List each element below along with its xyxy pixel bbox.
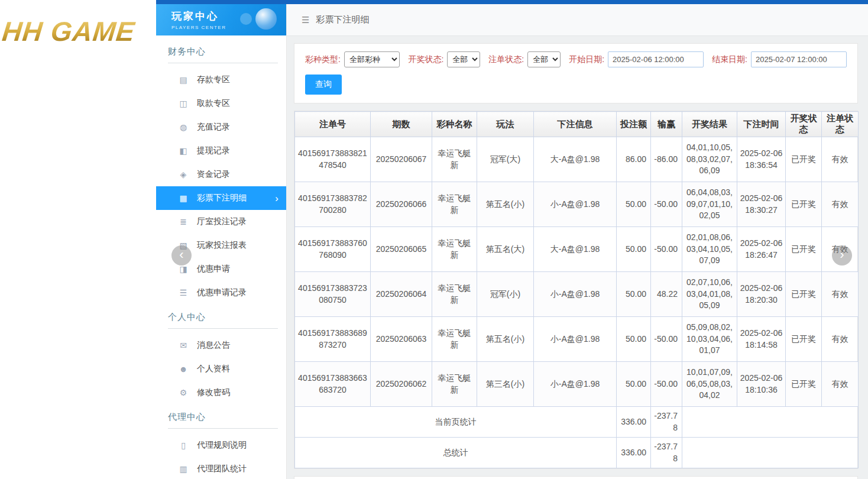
sidebar-item[interactable]: ✉消息公告 (156, 334, 286, 357)
table-cell: 20250206063 (371, 317, 432, 362)
table-cell: 20250206064 (371, 272, 432, 317)
summary-empty-cell (682, 407, 859, 438)
table-row: 40156917388376076809020250206065幸运飞艇新第五名… (295, 227, 859, 272)
table-cell: 2025-02-06 18:20:30 (737, 272, 786, 317)
table-cell: 幸运飞艇新 (432, 137, 477, 182)
table-cell: 冠军(大) (477, 137, 534, 182)
table-cell: 50.00 (617, 272, 651, 317)
table-cell: -86.00 (651, 137, 682, 182)
draw-status-label: 开奖状态: (408, 54, 443, 65)
table-cell: 已开奖 (786, 182, 822, 227)
column-header: 开奖结果 (682, 112, 737, 137)
sidebar-item-label: 消息公告 (197, 340, 230, 351)
table-cell: 幸运飞艇新 (432, 272, 477, 317)
sidebar-item[interactable]: ▯代理规则说明 (156, 433, 286, 457)
pagination-bar: 每页显示20条 共6条 首页 上一页 1 下一页 第 页 跳转 (294, 476, 858, 479)
table-cell: 已开奖 (786, 317, 822, 362)
screen: HH GAME 玩家中心 PLAYERS CENTER 财务中心▤存款专区◫取款… (0, 0, 868, 479)
chevron-left-icon: ‹ (179, 247, 183, 263)
summary-winloss-total: -237.78 (651, 407, 682, 438)
table-cell: 有效 (822, 137, 859, 182)
table-cell: 401569173883821478540 (295, 137, 371, 182)
column-header: 投注额 (617, 112, 651, 137)
sidebar-item[interactable]: ⚙修改密码 (156, 381, 286, 404)
table-cell: 401569173883723080750 (295, 272, 371, 317)
filter-actions: 查询 (305, 75, 847, 95)
table-cell: 幸运飞艇新 (432, 317, 477, 362)
table-cell: 有效 (822, 272, 859, 317)
table-cell: 小-A盘@1.98 (534, 317, 617, 362)
sidebar-item[interactable]: ◍充值记录 (156, 115, 286, 139)
sidebar-item[interactable]: ◧提现记录 (156, 139, 286, 163)
end-date-input[interactable] (751, 51, 847, 67)
top-strip (156, 0, 868, 4)
sidebar-item-label: 个人资料 (197, 364, 230, 374)
hamburger-menu-icon[interactable]: ☰ (302, 15, 309, 25)
table-cell: 幸运飞艇新 (432, 362, 477, 407)
table-cell: 50.00 (617, 182, 651, 227)
table-cell: 401569173883663683720 (295, 362, 371, 407)
table-cell: 401569173883689873270 (295, 317, 371, 362)
table-cell: 第五名(小) (477, 317, 534, 362)
table-cell: 已开奖 (786, 227, 822, 272)
start-date-input[interactable] (608, 51, 704, 67)
lottery-type-select[interactable]: 全部彩种 (344, 51, 400, 67)
table-cell: 有效 (822, 362, 859, 407)
bet-status-select[interactable]: 全部 (527, 51, 561, 67)
sidebar-item[interactable]: ◈资金记录 (156, 163, 286, 186)
summary-winloss-total: -237.78 (651, 438, 682, 468)
table-cell: 有效 (822, 182, 859, 227)
summary-bet-total: 336.00 (617, 438, 651, 468)
sidebar-item-label: 提现记录 (197, 145, 230, 156)
sidebar-header: 玩家中心 PLAYERS CENTER (156, 4, 286, 35)
table-cell: 86.00 (617, 137, 651, 182)
search-button[interactable]: 查询 (305, 75, 342, 95)
announcement-icon: ✉ (177, 341, 189, 350)
table-cell: 第五名(大) (477, 227, 534, 272)
password-icon: ⚙ (177, 388, 189, 397)
start-date-label: 开始日期: (569, 54, 604, 65)
table-cell: 50.00 (617, 317, 651, 362)
table-cell: 48.22 (651, 272, 682, 317)
sidebar-item-label: 优惠申请记录 (197, 287, 247, 298)
table-cell: 幸运飞艇新 (432, 182, 477, 227)
table-cell: 20250206066 (371, 182, 432, 227)
carousel-right-button[interactable]: › (832, 245, 852, 266)
bet-status-label: 注单状态: (488, 54, 524, 65)
column-header: 下注时间 (737, 112, 786, 137)
column-header: 输赢 (651, 112, 682, 137)
main-header: ☰ 彩票下注明细 (287, 4, 868, 36)
table-cell: 2025-02-06 18:26:47 (737, 227, 786, 272)
sidebar-item[interactable]: ☰优惠申请记录 (156, 281, 286, 305)
sidebar-section-title: 财务中心 (168, 46, 278, 63)
filter-panel: 彩种类型: 全部彩种 开奖状态: 全部 注单状态: 全部 开始日期: 结束日期: (294, 43, 858, 103)
sidebar-item[interactable]: ▤存款专区 (156, 68, 286, 92)
table-row: 40156917388382147854020250206067幸运飞艇新冠军(… (295, 137, 859, 182)
column-header: 期数 (371, 112, 432, 137)
table-cell: -50.00 (651, 227, 682, 272)
table-cell: 04,01,10,05,08,03,02,07,06,09 (682, 137, 737, 182)
hall-bet-record-icon: ≣ (177, 217, 189, 226)
table-cell: 2025-02-06 18:14:58 (737, 317, 786, 362)
draw-status-select[interactable]: 全部 (447, 51, 480, 67)
sidebar-item[interactable]: ▦彩票下注明细› (156, 186, 286, 210)
table-cell: 2025-02-06 18:36:54 (737, 137, 786, 182)
recharge-record-icon: ◍ (177, 122, 189, 132)
summary-row: 总统计336.00-237.78 (295, 438, 859, 468)
table-row: 40156917388378270028020250206066幸运飞艇新第五名… (295, 182, 859, 227)
table-cell: 小-A盘@1.98 (534, 362, 617, 407)
sidebar-item[interactable]: ≣厅室投注记录 (156, 210, 286, 234)
table-cell: 冠军(小) (477, 272, 534, 317)
promo-apply-icon: ◨ (177, 264, 189, 274)
sidebar-item[interactable]: ▥代理团队统计 (156, 457, 286, 479)
summary-label: 当前页统计 (295, 407, 617, 438)
sidebar-item-label: 取款专区 (197, 98, 230, 109)
column-header: 彩种名称 (432, 112, 477, 137)
agent-team-icon: ▥ (177, 464, 189, 474)
table-cell: 小-A盘@1.98 (534, 182, 617, 227)
sidebar-item[interactable]: ◫取款专区 (156, 92, 286, 115)
table-cell: 401569173883782700280 (295, 182, 371, 227)
sidebar-item[interactable]: ☻个人资料 (156, 357, 286, 381)
sidebar-item-label: 彩票下注明细 (197, 193, 247, 203)
carousel-left-button[interactable]: ‹ (171, 245, 192, 266)
